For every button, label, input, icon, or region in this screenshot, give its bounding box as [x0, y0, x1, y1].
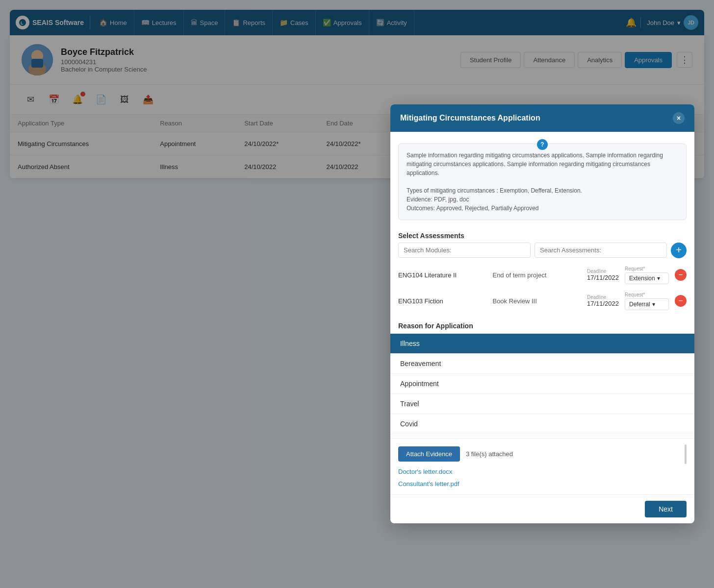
modal-close-button[interactable]: ×	[673, 112, 685, 124]
assessment-module: ENG103 Fiction	[398, 297, 486, 305]
modal-overlay[interactable]: Mitigating Circumstances Application × ?…	[0, 0, 714, 588]
remove-assessment-button-2[interactable]: −	[675, 295, 687, 307]
modal-title: Mitigating Circumstances Application	[400, 114, 540, 122]
info-text-2: Types of mitigating circumstances : Exem…	[407, 186, 678, 195]
info-icon: ?	[537, 139, 548, 150]
add-assessment-button[interactable]: +	[671, 243, 687, 258]
file-link-1[interactable]: Doctor's letter.docx	[398, 467, 687, 476]
info-text-4: Outcomes: Approved, Rejected, Partially …	[407, 204, 678, 213]
attach-row: Attach Evidence 3 file(s) attached	[398, 444, 687, 464]
attach-evidence-button[interactable]: Attach Evidence	[398, 446, 460, 462]
assessment-task: Book Review III	[492, 297, 581, 305]
reason-travel[interactable]: Travel	[390, 394, 694, 414]
reason-section: Reason for Application Illness Bereaveme…	[390, 314, 694, 438]
assessment-task: End of term project	[492, 271, 581, 279]
reason-header: Reason for Application	[390, 318, 694, 334]
select-assessments-label: Select Assessments	[390, 228, 694, 243]
modal-body: ? Sample information regarding mitigatin…	[390, 132, 694, 494]
assessment-module: ENG104 Literature II	[398, 271, 486, 279]
search-modules-input[interactable]	[398, 243, 531, 258]
reason-illness[interactable]: Illness	[390, 334, 694, 354]
reason-covid[interactable]: Covid	[390, 414, 694, 434]
assessment-deadline: Deadline 17/11/2022	[587, 269, 619, 281]
request-type-select-2[interactable]: Deferral ▾	[625, 298, 669, 310]
remove-assessment-button-1[interactable]: −	[675, 269, 687, 281]
file-link-2[interactable]: Consultant's letter.pdf	[398, 479, 687, 489]
info-text-1: Sample information regarding mitigating …	[407, 151, 678, 177]
modal: Mitigating Circumstances Application × ?…	[390, 104, 694, 523]
modal-header: Mitigating Circumstances Application ×	[390, 104, 694, 132]
modal-footer: Next	[390, 494, 694, 523]
scrollbar[interactable]	[685, 444, 687, 464]
next-button[interactable]: Next	[645, 501, 687, 517]
assessment-deadline: Deadline 17/11/2022	[587, 294, 619, 307]
search-assessments-input[interactable]	[535, 243, 667, 258]
assessment-row: ENG104 Literature II End of term project…	[390, 262, 694, 288]
reason-bereavement[interactable]: Bereavement	[390, 354, 694, 374]
assessment-search-row: +	[390, 243, 694, 262]
info-text-3: Evidence: PDF, jpg, doc	[407, 195, 678, 204]
request-type-select-1[interactable]: Extension ▾	[625, 272, 669, 284]
assessment-row: ENG103 Fiction Book Review III Deadline …	[390, 288, 694, 314]
attach-count: 3 file(s) attached	[466, 450, 513, 458]
reason-appointment[interactable]: Appointment	[390, 374, 694, 394]
info-box: ? Sample information regarding mitigatin…	[398, 144, 687, 220]
attach-section: Attach Evidence 3 file(s) attached Docto…	[390, 438, 694, 494]
